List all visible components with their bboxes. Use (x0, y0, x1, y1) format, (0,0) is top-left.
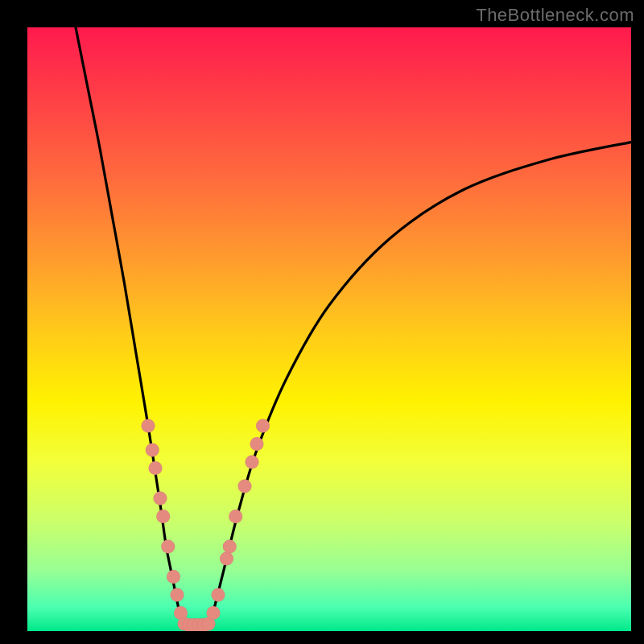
marker-dot (256, 419, 270, 433)
marker-dot (238, 480, 252, 493)
marker-dot (154, 492, 167, 506)
marker-dot (146, 444, 159, 457)
marker-dots (142, 419, 270, 632)
marker-dot (171, 588, 184, 602)
marker-dot (161, 540, 175, 554)
plot-area (27, 27, 631, 631)
marker-dot (223, 540, 237, 554)
marker-dot (142, 419, 155, 433)
marker-dot (246, 456, 259, 469)
watermark-label: TheBottleneck.com (476, 5, 634, 26)
marker-dot (212, 588, 225, 602)
marker-dot (220, 552, 233, 566)
marker-dot (229, 510, 242, 523)
chart-frame: TheBottleneck.com (0, 0, 644, 644)
right-curve (208, 142, 631, 625)
marker-dot (156, 510, 170, 523)
left-curve (76, 27, 184, 625)
marker-dot (250, 437, 264, 451)
marker-dot (149, 461, 163, 475)
marker-dot (167, 570, 180, 584)
curve-layer (27, 27, 631, 631)
marker-dot (207, 606, 221, 620)
